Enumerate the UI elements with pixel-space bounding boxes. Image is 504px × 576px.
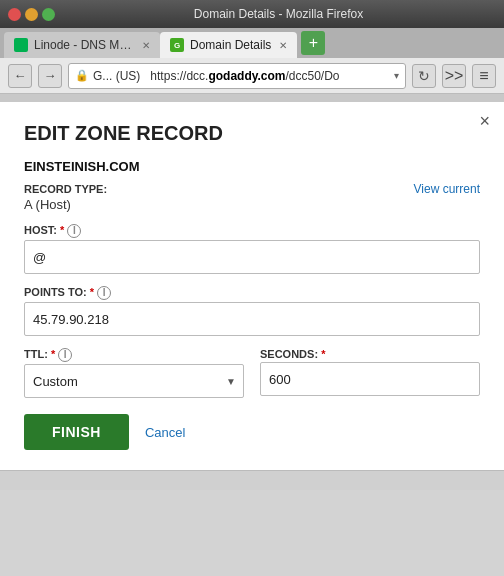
- dialog-title: EDIT ZONE RECORD: [24, 122, 480, 145]
- host-input[interactable]: [24, 240, 480, 274]
- points-to-field: POINTS TO: * i: [24, 286, 480, 336]
- record-type-value: A (Host): [24, 197, 480, 212]
- close-dialog-button[interactable]: ×: [479, 112, 490, 130]
- finish-button[interactable]: FINISH: [24, 414, 129, 450]
- maximize-window-button[interactable]: [42, 8, 55, 21]
- points-to-label: POINTS TO: * i: [24, 286, 480, 300]
- forward-button[interactable]: →: [38, 64, 62, 88]
- ttl-column: TTL: * i Custom 1/2 Hour 1 Hour 2 Hours …: [24, 348, 244, 398]
- points-to-info-icon[interactable]: i: [97, 286, 111, 300]
- ttl-seconds-row: TTL: * i Custom 1/2 Hour 1 Hour 2 Hours …: [24, 348, 480, 398]
- url-suffix: /dcc50/Do: [286, 69, 340, 83]
- tab-linode[interactable]: Linode - DNS Manag... ✕: [4, 32, 160, 58]
- address-bar: ← → 🔒 G... (US) https://dcc.godaddy.com/…: [0, 58, 504, 94]
- tab-godaddy-close[interactable]: ✕: [279, 40, 287, 51]
- edit-zone-dialog: × EDIT ZONE RECORD EINSTEINISH.COM RECOR…: [0, 102, 504, 470]
- points-to-required-star: *: [90, 286, 94, 298]
- ttl-select[interactable]: Custom 1/2 Hour 1 Hour 2 Hours 4 Hours 8…: [24, 364, 244, 398]
- ttl-label: TTL: * i: [24, 348, 244, 362]
- refresh-button[interactable]: ↻: [412, 64, 436, 88]
- minimize-window-button[interactable]: [25, 8, 38, 21]
- ttl-required-star: *: [51, 348, 55, 360]
- seconds-required-star: *: [321, 348, 325, 360]
- ttl-info-icon[interactable]: i: [58, 348, 72, 362]
- url-main: https://dcc.: [150, 69, 208, 83]
- close-window-button[interactable]: [8, 8, 21, 21]
- seconds-column: SECONDS: *: [260, 348, 480, 398]
- tab-bar: Linode - DNS Manag... ✕ G Domain Details…: [0, 28, 504, 58]
- tab-godaddy[interactable]: G Domain Details ✕: [160, 32, 297, 58]
- url-dropdown-icon[interactable]: ▾: [394, 70, 399, 81]
- tab-linode-label: Linode - DNS Manag...: [34, 38, 134, 52]
- record-type-field: RECORD TYPE: View current A (Host): [24, 182, 480, 212]
- tab-linode-close[interactable]: ✕: [142, 40, 150, 51]
- seconds-input[interactable]: [260, 362, 480, 396]
- url-highlight: godaddy.com: [208, 69, 285, 83]
- title-bar: Domain Details - Mozilla Firefox: [0, 0, 504, 28]
- url-text: G... (US) https://dcc.godaddy.com/dcc50/…: [93, 69, 390, 83]
- menu-button[interactable]: ≡: [472, 64, 496, 88]
- host-required-star: *: [60, 224, 64, 236]
- separator: [0, 94, 504, 102]
- extra-nav-button[interactable]: >>: [442, 64, 466, 88]
- host-label: HOST: * i: [24, 224, 480, 238]
- view-current-link[interactable]: View current: [414, 182, 480, 196]
- window-title: Domain Details - Mozilla Firefox: [61, 7, 496, 21]
- bottom-bar: [0, 470, 504, 490]
- back-button[interactable]: ←: [8, 64, 32, 88]
- new-tab-button[interactable]: +: [301, 31, 325, 55]
- domain-name: EINSTEINISH.COM: [24, 159, 480, 174]
- cancel-link[interactable]: Cancel: [145, 425, 185, 440]
- host-field: HOST: * i: [24, 224, 480, 274]
- url-prefix: G... (US): [93, 69, 140, 83]
- points-to-input[interactable]: [24, 302, 480, 336]
- godaddy-tab-icon: G: [170, 38, 184, 52]
- lock-icon: 🔒: [75, 69, 89, 82]
- host-info-icon[interactable]: i: [67, 224, 81, 238]
- tab-godaddy-label: Domain Details: [190, 38, 271, 52]
- ttl-select-wrapper: Custom 1/2 Hour 1 Hour 2 Hours 4 Hours 8…: [24, 364, 244, 398]
- record-type-label: RECORD TYPE:: [24, 183, 107, 195]
- action-row: FINISH Cancel: [24, 414, 480, 450]
- url-box[interactable]: 🔒 G... (US) https://dcc.godaddy.com/dcc5…: [68, 63, 406, 89]
- linode-tab-icon: [14, 38, 28, 52]
- window-controls: [8, 8, 55, 21]
- seconds-label: SECONDS: *: [260, 348, 480, 360]
